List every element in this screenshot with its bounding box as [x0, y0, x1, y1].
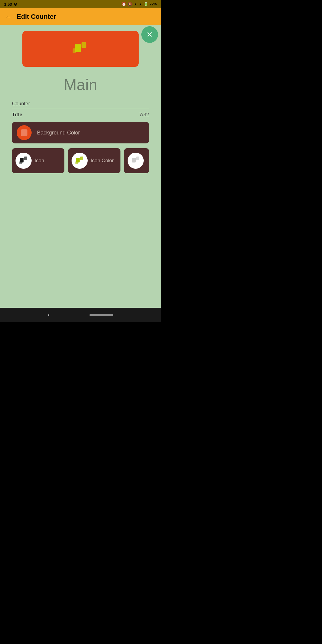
third-icon-button[interactable]	[124, 148, 149, 173]
counter-label: Counter	[12, 101, 149, 107]
app-bar: ← Edit Counter	[0, 8, 161, 25]
back-button[interactable]: ←	[5, 13, 12, 21]
third-icon-svg	[130, 155, 141, 166]
third-icon-circle	[128, 153, 144, 169]
icon-preview-svg	[18, 155, 29, 166]
bg-color-swatch	[17, 125, 32, 140]
svg-rect-7	[80, 157, 83, 160]
signal-icon: ▲	[139, 2, 142, 6]
icon-color-button[interactable]: Icon Color	[68, 148, 120, 173]
card-icon-area	[67, 35, 94, 62]
title-row: Title 7/32	[12, 112, 149, 118]
icon-preview-circle	[16, 153, 32, 169]
svg-rect-5	[19, 161, 22, 164]
status-bar: 1:53 ⊙ ⏰ 🔕 ▲ ▲ 🔋 72%	[0, 0, 161, 8]
battery-level: 72%	[150, 2, 157, 6]
form-section: Counter Title 7/32 Background Color	[0, 101, 161, 173]
icon-color-svg	[74, 155, 85, 166]
bg-color-inner	[21, 129, 27, 136]
icon-button-label: Icon	[35, 158, 44, 164]
background-color-button[interactable]: Background Color	[12, 122, 149, 143]
bg-color-label: Background Color	[37, 130, 80, 136]
icon-color-circle	[72, 153, 88, 169]
close-button[interactable]: ✕	[141, 26, 158, 43]
counter-divider	[12, 108, 149, 108]
close-icon: ✕	[146, 30, 153, 39]
page-title: Edit Counter	[17, 13, 56, 21]
svg-rect-1	[82, 42, 86, 48]
status-right: ⏰ 🔕 ▲ ▲ 🔋 72%	[122, 2, 157, 6]
svg-rect-4	[24, 157, 27, 160]
title-label: Title	[12, 112, 22, 118]
main-heading: Main	[0, 76, 161, 94]
card-preview-icon	[70, 38, 91, 59]
svg-rect-8	[75, 161, 78, 164]
svg-rect-10	[136, 157, 139, 160]
battery-icon: 🔋	[144, 2, 148, 6]
icon-color-label: Icon Color	[91, 158, 114, 164]
mute-icon: 🔕	[128, 2, 132, 6]
icon-button[interactable]: Icon	[12, 148, 64, 173]
icon-buttons-row: Icon Icon Color	[12, 148, 149, 173]
card-preview	[22, 31, 139, 67]
nav-back-button[interactable]: ‹	[48, 311, 50, 319]
bottom-nav: ‹	[0, 308, 161, 322]
svg-rect-9	[132, 158, 136, 162]
time-display: 1:53	[4, 2, 12, 7]
app-icon: ⊙	[14, 2, 17, 7]
content-area: ✕ Main Counter Title 7/32 Background Col…	[0, 25, 161, 308]
wifi-icon: ▲	[134, 2, 137, 6]
nav-home-pill[interactable]	[89, 314, 113, 316]
title-count: 7/32	[139, 112, 149, 118]
status-left: 1:53 ⊙	[4, 2, 17, 7]
svg-rect-2	[73, 48, 76, 53]
alarm-icon: ⏰	[122, 2, 126, 6]
